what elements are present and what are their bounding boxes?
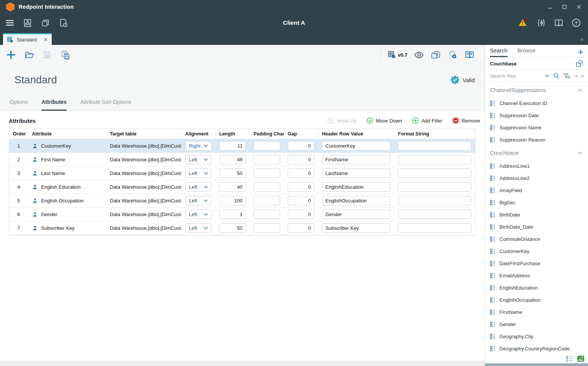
table-row[interactable]: 2First NameData Warehouse.[dbo].[DimCust…	[9, 153, 475, 167]
length-input[interactable]	[219, 169, 246, 178]
gap-input[interactable]	[288, 223, 314, 233]
pages-icon[interactable]	[41, 18, 50, 28]
preview-eye-icon[interactable]	[414, 50, 424, 60]
minimize-icon[interactable]	[548, 5, 552, 9]
header-row-value-input[interactable]	[322, 196, 390, 205]
copy-document-icon[interactable]	[575, 59, 584, 68]
header-row-value-input[interactable]	[322, 141, 390, 151]
gap-input[interactable]	[288, 196, 314, 205]
menu-icon[interactable]	[5, 18, 14, 27]
gap-input[interactable]	[288, 155, 314, 164]
padding-char-input[interactable]	[254, 196, 280, 205]
sidebar-field-item[interactable]: Geography.CountryRegionCode	[485, 342, 588, 355]
header-row-value-input[interactable]	[322, 155, 390, 164]
gap-input[interactable]	[288, 169, 314, 178]
length-input[interactable]	[219, 155, 246, 164]
filter-icon[interactable]	[563, 73, 571, 79]
connections-icon[interactable]	[448, 50, 458, 60]
alerts-warning-icon[interactable]	[518, 18, 529, 28]
details-view-icon[interactable]	[566, 355, 574, 362]
sidebar-tab-browse[interactable]: Browse	[517, 48, 536, 57]
gap-input[interactable]	[288, 210, 314, 219]
dashboard-icon[interactable]	[23, 18, 32, 28]
tab-options[interactable]: Options	[10, 99, 28, 111]
length-input[interactable]	[219, 223, 246, 233]
alignment-select[interactable]: Left	[185, 169, 212, 178]
documentation-icon[interactable]	[554, 18, 564, 28]
move-down-button[interactable]: Move Down	[366, 117, 402, 124]
format-string-input[interactable]	[398, 196, 471, 205]
sidebar-tab-search[interactable]: Search	[490, 48, 507, 57]
image-view-icon[interactable]	[577, 355, 585, 362]
header-row-value-input[interactable]	[322, 182, 390, 192]
chevron-down-icon[interactable]	[545, 74, 549, 77]
format-string-input[interactable]	[398, 155, 471, 164]
help-icon[interactable]: ?	[571, 18, 581, 28]
table-row[interactable]: 3Last NameData Warehouse.[dbo].[DimCusto…	[9, 167, 475, 180]
collapse-icon[interactable]	[577, 151, 582, 154]
sidebar-field-item[interactable]: CustomerKey	[485, 245, 588, 257]
search-input[interactable]	[490, 73, 541, 79]
sidebar-field-item[interactable]: Suppression Name	[485, 121, 588, 134]
move-up-button[interactable]: Move Up	[327, 117, 357, 124]
alignment-select[interactable]: Left	[185, 182, 212, 192]
padding-char-input[interactable]	[254, 155, 280, 164]
open-button[interactable]	[24, 50, 34, 60]
prev-page-icon[interactable]: ◀	[574, 73, 577, 78]
sidebar-field-item[interactable]: CommuteDistance	[485, 233, 588, 245]
remove-button[interactable]: Remove	[452, 117, 480, 124]
sidebar-field-item[interactable]: Suppression Reason	[485, 134, 588, 146]
alignment-select[interactable]: Left	[185, 210, 212, 219]
next-page-icon[interactable]: ▶	[582, 73, 585, 78]
save-all-button[interactable]	[60, 50, 70, 60]
tab-attribute-sort-options[interactable]: Attribute Sort Options	[80, 99, 131, 111]
search-icon[interactable]	[553, 73, 559, 79]
sidebar-section-header[interactable]: ChannelSuppressions	[485, 83, 588, 97]
maximize-icon[interactable]	[562, 5, 567, 9]
header-row-value-input[interactable]	[322, 169, 390, 178]
table-row[interactable]: 4English EducationData Warehouse.[dbo].[…	[9, 180, 475, 194]
padding-char-input[interactable]	[254, 223, 280, 233]
sidebar-field-item[interactable]: BirthDate_Date	[485, 221, 588, 233]
sidebar-field-item[interactable]: AddressLine1	[485, 160, 588, 172]
sidebar-field-item[interactable]: FirstName	[485, 306, 588, 318]
sidebar-field-item[interactable]: AddressLine2	[485, 172, 588, 184]
format-string-input[interactable]	[398, 141, 471, 151]
sidebar-field-item[interactable]: EnglishOccupation	[485, 294, 588, 306]
length-input[interactable]	[219, 141, 246, 151]
history-doc-icon[interactable]	[59, 18, 68, 28]
length-input[interactable]	[219, 182, 246, 192]
sidebar-add-button[interactable]: +	[578, 48, 583, 57]
sidebar-field-item[interactable]: Gender	[485, 318, 588, 330]
padding-char-input[interactable]	[254, 169, 280, 178]
catalog-book-icon[interactable]	[464, 50, 475, 60]
add-filler-button[interactable]: Add Filler	[412, 117, 442, 124]
padding-char-input[interactable]	[254, 141, 280, 151]
save-button[interactable]	[43, 50, 52, 59]
sidebar-field-item[interactable]: BigDec	[485, 196, 588, 208]
header-row-value-input[interactable]	[322, 210, 390, 219]
sidebar-field-item[interactable]: Channel Execution ID	[485, 97, 588, 109]
length-input[interactable]	[219, 210, 246, 219]
gap-input[interactable]	[288, 182, 314, 192]
padding-char-input[interactable]	[254, 182, 280, 192]
export-document-icon[interactable]	[431, 49, 441, 60]
tab-standard[interactable]: Standard ✕	[3, 33, 52, 45]
version-indicator[interactable]: v0.7	[388, 51, 407, 59]
alignment-select[interactable]: Left	[185, 155, 212, 164]
activity-icon[interactable]	[536, 18, 546, 28]
sidebar-field-item[interactable]: EnglishEducation	[485, 282, 588, 294]
sidebar-field-item[interactable]: Suppression Date	[485, 109, 588, 121]
format-string-input[interactable]	[398, 182, 471, 192]
table-row[interactable]: 7Subscriber KeyData Warehouse.[dbo].[Dim…	[9, 221, 475, 235]
tab-overflow-icon[interactable]: »	[580, 36, 583, 42]
alignment-select[interactable]: Left	[185, 196, 212, 205]
new-button[interactable]	[6, 50, 16, 60]
padding-char-input[interactable]	[254, 210, 280, 219]
collapse-icon[interactable]	[577, 89, 582, 92]
table-row[interactable]: 1CustomerKeyData Warehouse.[dbo].[DimCus…	[9, 139, 475, 153]
sidebar-field-item[interactable]: BirthDate	[485, 208, 588, 221]
sidebar-field-item[interactable]: ArrayField	[485, 184, 588, 196]
close-icon[interactable]	[577, 5, 581, 9]
format-string-input[interactable]	[398, 210, 471, 219]
